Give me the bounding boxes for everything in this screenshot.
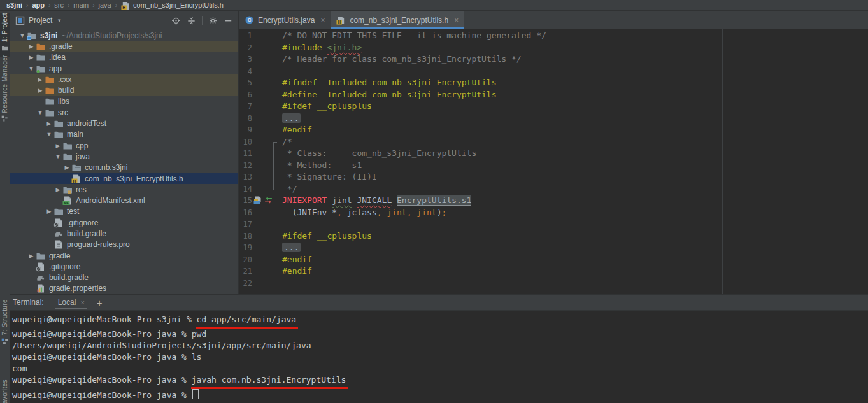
chevron-collapsed-icon[interactable]: ▶ (53, 143, 62, 149)
jni-h-mini-icon[interactable] (253, 196, 262, 205)
chevron-collapsed-icon[interactable]: ▶ (27, 43, 36, 50)
tool-stripe-button--structure[interactable]: 7: Structure (0, 299, 10, 349)
tree-row-app[interactable]: ▼app (10, 63, 238, 74)
tree-row-res[interactable]: ▶res (10, 184, 238, 195)
locate-file-button[interactable] (171, 16, 181, 25)
chevron-expanded-icon[interactable]: ▼ (36, 110, 45, 116)
chevron-collapsed-icon[interactable]: ▶ (45, 120, 53, 127)
fold-marker[interactable] (273, 148, 277, 160)
collapse-all-button[interactable] (187, 16, 196, 25)
folded-region[interactable]: ... (282, 243, 301, 252)
tree-row-java[interactable]: ▼java (10, 151, 238, 162)
terminal-output[interactable]: wupeiqi@wupeiqideMacBook-Pro s3jni % cd … (10, 311, 868, 401)
fold-marker[interactable] (273, 142, 277, 148)
code-token: /* Header for class com_nb_s3jni_Encrypt… (282, 54, 522, 64)
code-token: /* (282, 137, 292, 146)
chevron-collapsed-icon[interactable]: ▶ (45, 208, 53, 215)
code-line-text: ... (278, 242, 868, 254)
breadcrumb-segment[interactable]: src (54, 1, 64, 9)
line-number: 18 (239, 230, 252, 243)
chevron-down-icon[interactable]: ▼ (57, 18, 62, 24)
breadcrumb-segment[interactable]: s3jni (6, 1, 22, 9)
editor-tab-com-nb-s3jni-EncryptUtils.h[interactable]: Hcom_nb_s3jni_EncryptUtils.h× (331, 11, 464, 29)
tree-row-com.nb.s3jni[interactable]: ▶com.nb.s3jni (10, 162, 238, 173)
chevron-collapsed-icon[interactable]: ▶ (62, 164, 71, 171)
code-line-text (278, 218, 868, 230)
chevron-expanded-icon[interactable]: ▼ (53, 153, 62, 160)
hide-panel-button[interactable] (224, 16, 233, 25)
tree-row-libs[interactable]: libs (10, 96, 238, 107)
tool-stripe-button-resource-manager[interactable]: Resource Manager (0, 55, 10, 126)
tree-row-src[interactable]: ▼src (10, 107, 238, 118)
chevron-expanded-icon[interactable]: ▼ (18, 32, 27, 39)
gutter (252, 113, 278, 125)
close-icon[interactable]: × (454, 16, 459, 25)
code-line-11: 11 * Class: com_nb_s3jni_EncryptUtils (239, 148, 868, 160)
chevron-expanded-icon[interactable]: ▼ (27, 66, 36, 72)
new-terminal-session-button[interactable]: + (97, 298, 103, 308)
fold-marker[interactable] (273, 160, 277, 172)
tree-row-com-nb-s3jni-EncryptUtils.h[interactable]: Hcom_nb_s3jni_EncryptUtils.h (10, 173, 238, 184)
code-line-text: #endif (278, 124, 868, 136)
tree-row-gradle[interactable]: ▶gradle (10, 250, 238, 261)
gutter (252, 242, 278, 254)
fold-marker[interactable] (273, 171, 277, 183)
chevron-collapsed-icon[interactable]: ▶ (36, 76, 45, 83)
structure-stripe-icon (1, 338, 8, 345)
tree-row-s3jni[interactable]: ▼s3jni~/AndroidStudioProjects/s3jni (10, 30, 238, 41)
tree-row-.gradle[interactable]: ▶.gradle (10, 41, 238, 52)
code-line-text: #ifdef __cplusplus (278, 101, 868, 113)
chevron-collapsed-icon[interactable]: ▶ (36, 87, 45, 94)
tree-row-.cxx[interactable]: ▶.cxx (10, 74, 238, 85)
tree-row-.gitignore[interactable]: .gitignore (10, 217, 238, 228)
code-token: jint (387, 208, 406, 217)
tree-row-main[interactable]: ▼main (10, 129, 238, 140)
editor-tab-EncryptUtils.java[interactable]: CEncryptUtils.java× (239, 11, 331, 29)
tree-row-test[interactable]: ▶test (10, 206, 238, 217)
code-line-text: * Method: s1 (278, 160, 868, 172)
chevron-collapsed-icon[interactable]: ▶ (27, 253, 36, 259)
tool-stripe-button-favorites[interactable]: Favorites (0, 379, 10, 403)
jni-arrows-icon[interactable] (264, 196, 273, 205)
tree-row-AndroidManifest.xml[interactable]: MFAndroidManifest.xml (10, 195, 238, 206)
tree-row-build.gradle[interactable]: build.gradle (10, 272, 238, 283)
gutter (252, 278, 278, 290)
tree-row-cpp[interactable]: ▶cpp (10, 140, 238, 151)
tree-row-gradle.properties[interactable]: gradle.properties (10, 283, 238, 294)
chevron-expanded-icon[interactable]: ▼ (45, 131, 53, 138)
editor-area: CEncryptUtils.java×Hcom_nb_s3jni_Encrypt… (239, 11, 868, 294)
code-line-text: JNIEXPORT jint JNICALL EncryptUtils.s1 (278, 195, 868, 207)
close-icon[interactable]: × (320, 16, 325, 25)
tree-row-build.gradle[interactable]: build.gradle (10, 228, 238, 239)
gutter (252, 218, 278, 230)
folder-icon (53, 129, 64, 139)
code-editor[interactable]: 1/* DO NOT EDIT THIS FILE - it is machin… (239, 29, 868, 294)
terminal-tab-local[interactable]: Local × (52, 295, 89, 310)
tree-row-build[interactable]: ▶build (10, 85, 238, 95)
breadcrumb-file[interactable]: Hcom_nb_s3jni_EncryptUtils.h (121, 1, 224, 10)
tree-row-.idea[interactable]: ▶.idea (10, 52, 238, 63)
chevron-collapsed-icon[interactable]: ▶ (53, 187, 62, 193)
folded-region[interactable]: ... (282, 113, 301, 123)
code-token: , (337, 208, 342, 217)
tree-row-androidTest[interactable]: ▶androidTest (10, 118, 238, 129)
code-token: , (407, 208, 412, 217)
line-number: 19 (239, 242, 252, 254)
breadcrumb-segment[interactable]: main (73, 1, 89, 9)
tool-stripe-button--project[interactable]: 1: Project (0, 13, 10, 57)
line-number: 20 (239, 254, 252, 266)
project-panel-title[interactable]: Project (29, 16, 52, 25)
chevron-collapsed-icon[interactable]: ▶ (27, 54, 36, 60)
fold-marker[interactable] (273, 183, 277, 190)
gitignore-icon (36, 262, 46, 272)
tree-row-.gitignore[interactable]: .gitignore (10, 261, 238, 272)
breadcrumb-segment[interactable]: java (99, 1, 111, 9)
code-line-14: 14 */ (239, 183, 868, 195)
folded-function-name[interactable]: EncryptUtils.s1 (397, 195, 471, 206)
close-icon[interactable]: × (80, 299, 84, 306)
breadcrumb-segment[interactable]: app (32, 1, 45, 9)
gear-icon[interactable] (208, 16, 218, 25)
line-number: 17 (239, 218, 252, 230)
code-line-10: 10/* (239, 136, 868, 148)
tree-row-proguard-rules.pro[interactable]: proguard-rules.pro (10, 239, 238, 250)
